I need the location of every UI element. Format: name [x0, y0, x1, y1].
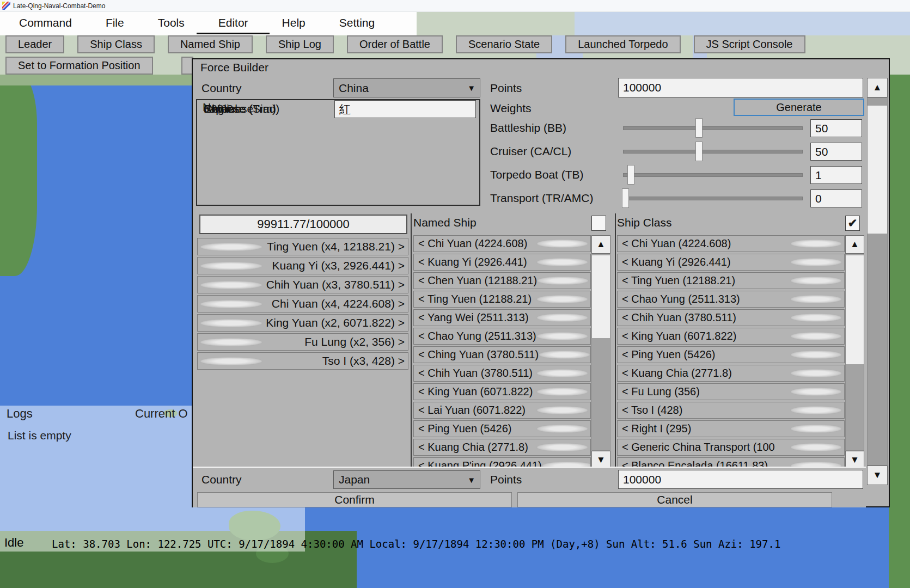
toolbar-button[interactable]: Ship Class	[77, 35, 155, 53]
toolbar-button[interactable]: JS Script Console	[694, 35, 805, 53]
ship-silhouette-icon	[536, 295, 588, 303]
named-ship-row[interactable]: < Chih Yuan (3780.511)	[413, 365, 591, 382]
scrollbar-thumb[interactable]	[868, 106, 887, 234]
roster-ship-button[interactable]: Kuang Yi (x3, 2926.441) >	[197, 257, 408, 274]
weight-label: Battleship (BB)	[490, 121, 566, 134]
weight-value-input[interactable]	[810, 143, 862, 161]
named-ship-checkbox[interactable]	[591, 216, 606, 231]
named-ship-label: < Yang Wei (2511.313)	[418, 311, 529, 324]
slider-thumb[interactable]	[695, 142, 703, 161]
toolbar-button[interactable]: Set to Formation Position	[5, 57, 153, 75]
ship-silhouette-icon	[200, 262, 262, 270]
named-ship-row[interactable]: < Kuang Yi (2926.441)	[413, 254, 591, 271]
toolbar-button[interactable]: Order of Battle	[347, 35, 443, 53]
named-ship-row[interactable]: < Lai Yuan (6071.822)	[413, 402, 591, 419]
weight-slider[interactable]	[623, 188, 803, 208]
country-dropdown[interactable]: China ▼	[333, 78, 480, 97]
menu-item[interactable]: Editor	[218, 12, 248, 35]
ship-class-scroll-up[interactable]: ▲	[845, 235, 864, 254]
points-input[interactable]	[618, 78, 863, 97]
ship-class-row[interactable]: < Chao Yung (2511.313)	[617, 291, 845, 308]
named-ship-label: < Kuang Yi (2926.441)	[418, 256, 527, 268]
toolbar-button[interactable]: Named Ship	[168, 35, 253, 53]
scroll-up-button[interactable]: ▲	[867, 78, 888, 97]
ship-class-row[interactable]: < Generic China Transport (100	[617, 439, 845, 456]
named-ship-scroll-thumb[interactable]	[592, 255, 610, 338]
ship-class-row[interactable]: < Tso I (428)	[617, 402, 845, 419]
named-ship-row[interactable]: < Ching Yuan (3780.511)	[413, 346, 591, 363]
ship-class-row[interactable]: < Ping Yuen (5426)	[617, 346, 845, 363]
weight-label: Cruiser (CA/CL)	[490, 145, 571, 158]
named-ship-row[interactable]: < Kuang Chia (2771.8)	[413, 439, 591, 456]
ship-class-label: < Tso I (428)	[622, 404, 682, 416]
named-ship-label: < Ping Yuen (5426)	[418, 422, 511, 435]
named-ship-scroll-up[interactable]: ▲	[591, 235, 610, 254]
points-input-bottom[interactable]	[618, 470, 863, 489]
roster-ship-button[interactable]: Fu Lung (x2, 356) >	[197, 333, 408, 351]
ship-silhouette-icon	[790, 277, 842, 285]
ship-class-row[interactable]: < Kuang Chia (2771.8)	[617, 365, 845, 382]
ship-silhouette-icon	[200, 338, 262, 346]
force-builder-dialog: Force Builder Country China ▼ Points ▲ ▼…	[192, 58, 890, 507]
ship-class-scroll-thumb[interactable]	[846, 255, 864, 364]
weight-value-input[interactable]	[810, 119, 862, 137]
ship-class-label: < Ping Yuen (5426)	[622, 348, 715, 361]
toolbar-button[interactable]: Leader	[5, 35, 64, 53]
menu-item[interactable]: File	[106, 12, 124, 35]
ship-class-row[interactable]: < Kuang Yi (2926.441)	[617, 254, 845, 271]
confirm-button[interactable]: Confirm	[197, 492, 512, 507]
roster-ship-button[interactable]: Tso I (x3, 428) >	[197, 352, 408, 370]
ship-silhouette-icon	[539, 351, 590, 359]
named-ship-list: < Chi Yuan (4224.608) < Kuang Yi (2926.4…	[413, 235, 591, 470]
slider-thumb[interactable]	[695, 118, 703, 138]
named-ship-row[interactable]: < Chao Yung (2511.313)	[413, 328, 591, 345]
generate-button[interactable]: Generate	[734, 99, 864, 116]
ship-silhouette-icon	[537, 277, 589, 285]
weight-slider[interactable]	[623, 118, 803, 138]
chevron-down-icon: ▼	[467, 83, 475, 93]
ship-class-row[interactable]: < Chi Yuan (4224.608)	[617, 235, 845, 252]
named-ship-row[interactable]: < Chi Yuan (4224.608)	[413, 235, 591, 252]
roster-ship-button[interactable]: Chi Yuan (x4, 4224.608) >	[197, 295, 408, 313]
toolbar-button[interactable]: Launched Torpedo	[565, 35, 680, 53]
slider-thumb[interactable]	[622, 188, 629, 208]
ship-silhouette-icon	[536, 369, 588, 377]
named-ship-row[interactable]: < Chen Yuan (12188.21)	[413, 272, 591, 289]
roster-ship-button[interactable]: King Yuan (x2, 6071.822) >	[197, 314, 408, 332]
ship-class-row[interactable]: < Right I (295)	[617, 420, 845, 437]
cancel-button[interactable]: Cancel	[517, 492, 832, 507]
ship-class-label: < Fu Lung (356)	[622, 385, 700, 398]
ship-class-row[interactable]: < Ting Yuen (12188.21)	[617, 272, 845, 289]
menu-item[interactable]: Setting	[339, 12, 375, 35]
named-ship-row[interactable]: < Ting Yuen (12188.21)	[413, 291, 591, 308]
ship-silhouette-icon	[536, 388, 588, 396]
ship-class-label: < Right I (295)	[622, 422, 691, 435]
roster-ship-label: Chi Yuan (x4, 4224.608) >	[272, 297, 405, 310]
weight-slider[interactable]	[623, 165, 803, 185]
slider-thumb[interactable]	[627, 165, 634, 185]
name-field-input[interactable]	[334, 100, 476, 118]
ship-class-row[interactable]: < King Yuan (6071.822)	[617, 328, 845, 345]
roster-ship-button[interactable]: Ting Yuen (x4, 12188.21) >	[197, 238, 408, 255]
weight-value-input[interactable]	[810, 166, 862, 184]
weight-slider[interactable]	[623, 142, 803, 161]
roster-ship-button[interactable]: Chih Yuan (x3, 3780.511) >	[197, 276, 408, 293]
weight-value-input[interactable]	[810, 189, 862, 207]
named-ship-row[interactable]: < King Yuan (6071.822)	[413, 383, 591, 400]
ship-class-row[interactable]: < Fu Lung (356)	[617, 383, 845, 400]
scroll-down-button[interactable]: ▼	[867, 465, 888, 485]
menu-item[interactable]: Tools	[158, 12, 185, 35]
menu-item[interactable]: Command	[19, 12, 72, 35]
toolbar-button[interactable]: Ship Log	[266, 35, 334, 53]
named-ship-row[interactable]: < Yang Wei (2511.313)	[413, 309, 591, 326]
named-ship-scrollbar[interactable]	[591, 254, 610, 451]
ship-class-scrollbar[interactable]	[845, 254, 864, 451]
ship-class-checkbox[interactable]: ✔	[845, 216, 860, 231]
scrollbar-track[interactable]	[867, 97, 888, 465]
status-bar-text: Lat: 38.703 Lon: 122.725 UTC: 9/17/1894 …	[52, 538, 780, 550]
country-dropdown-bottom[interactable]: Japan ▼	[333, 470, 480, 489]
toolbar-button[interactable]: Scenario State	[456, 35, 552, 53]
ship-class-row[interactable]: < Chih Yuan (3780.511)	[617, 309, 845, 326]
menu-item[interactable]: Help	[282, 12, 306, 35]
named-ship-row[interactable]: < Ping Yuen (5426)	[413, 420, 591, 437]
